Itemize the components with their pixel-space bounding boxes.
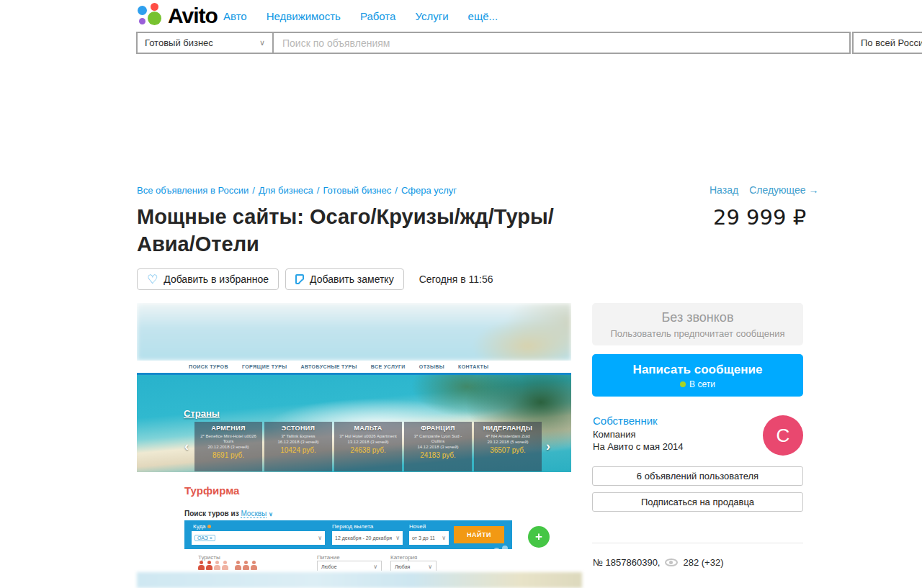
country-card: МАЛЬТА 3* Hul Hotel u0026 Apartment 13.1… [334,422,402,471]
seller-type: Компания [593,429,636,440]
actions-row: ♡ Добавить в избранное Добавить заметку … [137,268,493,290]
person-icon [235,561,241,570]
photo-period-select: 12 декабря - 20 декабря ∨ [332,531,403,545]
photo-nav-item: ОТЗЫВЫ [419,364,444,369]
photo-tourists-label: Туристы [198,554,220,561]
user-ads-button[interactable]: 6 объявлений пользователя [592,466,803,486]
breadcrumb-services-sphere[interactable]: Сфера услуг [401,185,457,196]
online-dot-icon [680,381,686,387]
person-icon [251,561,257,570]
sidebar-divider [592,543,803,543]
photo-nav-item: ВСЕ УСЛУГИ [371,364,406,369]
avito-watermark-icon [493,546,511,564]
next-photo-strip[interactable] [137,572,582,588]
next-link[interactable]: Следующее → [749,184,818,196]
photo-tour-search-from: Поиск туров из Москвы ∨ [184,510,273,517]
photo-nights-select: от 3 до 11 ∨ [409,531,449,545]
note-icon [295,274,304,284]
country-card: ФРАНЦИЯ 3* Campanile Lyon Sud - Oullins … [404,422,472,471]
views-eye-icon [665,558,678,566]
avito-listing-page: Avito Авто Недвижимость Работа Услуги ещ… [0,0,922,588]
breadcrumb-all-russia[interactable]: Все объявления в России [137,185,249,196]
top-nav: Авто Недвижимость Работа Услуги ещё... [223,10,498,22]
chevron-down-icon: ∨ [442,535,446,541]
photo-country-cards: АРМЕНИЯ 2* Benefice Mini-Hotel u0026 Tou… [194,422,542,471]
photo-nights-label: Ночей [409,523,426,530]
photo-nav-item: ГОРЯЩИЕ ТУРЫ [242,364,287,369]
photo-countries-heading: Страны [184,408,220,419]
no-calls-subtitle: Пользователь предпочитает сообщения [592,325,803,339]
no-calls-title: Без звонков [592,303,803,325]
add-note-button[interactable]: Добавить заметку [285,268,404,290]
back-link[interactable]: Назад [710,184,738,196]
chevron-down-icon: ∨ [373,564,377,570]
chevron-down-icon: ∨ [428,564,432,570]
pager: Назад Следующее → [710,184,818,196]
add-note-label: Добавить заметку [310,273,394,285]
breadcrumb-business[interactable]: Для бизнеса [259,185,313,196]
chevron-down-icon: ∨ [259,38,265,48]
views-count: 282 (+32) [683,557,723,568]
category-select-value: Готовый бизнес [145,37,213,48]
region-select[interactable]: По всей России [852,32,922,54]
search-input[interactable] [274,33,849,53]
photo-city-link: Москвы [241,510,267,518]
person-icon [198,561,205,570]
chevron-down-icon: ∨ [318,535,322,541]
nav-jobs[interactable]: Работа [360,10,396,22]
person-icon [243,561,249,570]
watermark-badge-icon: + [528,526,550,548]
carousel-prev-icon: ‹ [184,440,189,453]
photo-tourist-icons [198,561,259,570]
country-card: НИДЕРЛАНДЫ 4* NH Amsterdam Zuid 20.12.20… [474,422,542,471]
avito-logo[interactable]: Avito [136,2,218,30]
info-icon [207,525,211,528]
listing-id: № 1857860390, [593,557,660,568]
seller-link[interactable]: Собственник [593,415,658,427]
breadcrumb-separator: / [317,185,320,196]
listing-photo[interactable]: ПОИСК ТУРОВ ГОРЯЩИЕ ТУРЫ АВТОБУСНЫЕ ТУРЫ… [137,303,571,571]
add-favorite-label: Добавить в избранное [164,273,269,285]
nav-realty[interactable]: Недвижимость [267,10,341,22]
nav-services[interactable]: Услуги [415,10,448,22]
photo-tour-search-panel: Куда ОАЭ × ∨ Период вылета 12 декабря - … [184,520,512,549]
photo-destination-chip: ОАЭ × [194,535,215,541]
breadcrumb: Все объявления в России/Для бизнеса/Гото… [137,185,457,196]
photo-food-select: Любое ∨ [317,561,382,571]
online-status: В сети [592,377,803,389]
price: 29 999 ₽ [713,205,806,230]
breadcrumb-ready-business[interactable]: Готовый бизнес [323,185,391,196]
nav-more[interactable]: ещё... [468,10,498,22]
no-calls-box: Без звонков Пользователь предпочитает со… [592,303,803,345]
photo-nav-item: ПОИСК ТУРОВ [189,364,228,369]
breadcrumb-separator: / [252,185,255,196]
person-icon [222,561,228,570]
category-select[interactable]: Готовый бизнес ∨ [138,33,274,53]
photo-where-label: Куда [193,523,211,530]
nav-auto[interactable]: Авто [223,10,247,22]
chevron-down-icon: ∨ [269,511,273,517]
photo-find-button: НАЙТИ [454,526,504,543]
photo-category-label: Категория [390,554,417,561]
seller-avatar[interactable]: С [763,415,803,456]
photo-destination-input: ОАЭ × ∨ [192,531,325,545]
write-message-button[interactable]: Написать сообщение В сети [592,354,803,397]
photo-food-label: Питание [317,554,340,561]
heart-icon: ♡ [147,273,158,286]
photo-category-select: Любая ∨ [390,561,437,571]
photo-nav-item: АВТОБУСНЫЕ ТУРЫ [300,364,357,369]
country-card: ЭСТОНИЯ 3* Tallink Express 16.12.2018 (3… [264,422,332,471]
add-favorite-button[interactable]: ♡ Добавить в избранное [137,268,279,290]
posted-time: Сегодня в 11:56 [419,273,493,285]
avito-logo-icon [136,2,165,30]
country-card: АРМЕНИЯ 2* Benefice Mini-Hotel u0026 Tou… [194,422,262,471]
carousel-next-icon: › [546,440,550,453]
page-title: Мощные сайты: Осаго/Круизы/жд/Туры/Авиа/… [137,203,598,258]
write-message-label: Написать сообщение [592,354,803,377]
person-icon [214,561,220,570]
seller-since: На Авито с мая 2014 [593,441,684,452]
avito-watermark: Avito [493,543,560,566]
breadcrumb-separator: / [395,185,398,196]
photo-agency-title: Турфирма [184,484,239,497]
subscribe-button[interactable]: Подписаться на продавца [592,492,803,512]
